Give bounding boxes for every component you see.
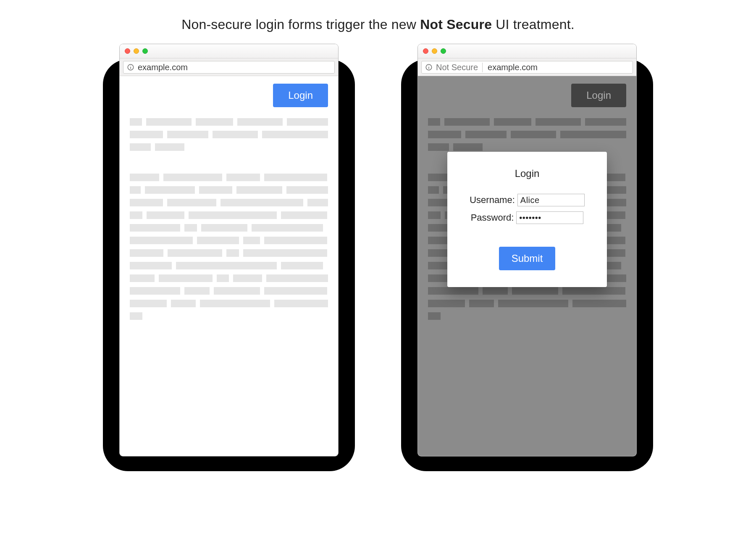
minimize-icon[interactable] [432,48,437,54]
browser-window-left: example.com Login [120,44,338,456]
caption-bold: Not Secure [420,17,492,32]
zoom-icon[interactable] [142,48,148,54]
username-label: Username: [470,195,515,206]
info-icon[interactable] [127,63,134,71]
page-viewport: Login [418,76,636,456]
address-text: example.com [138,63,188,72]
password-label: Password: [471,212,514,223]
window-titlebar [418,44,636,58]
zoom-icon[interactable] [441,48,446,54]
submit-button[interactable]: Submit [499,247,556,270]
login-button: Login [571,84,626,107]
address-bar: example.com [120,58,338,76]
caption-suffix: UI treatment. [492,17,575,32]
content-placeholder [130,118,328,325]
login-modal: Login Username: Password: Submit [447,152,607,287]
close-icon[interactable] [423,48,428,54]
browser-window-right: Not Secure example.com Login [418,44,636,456]
close-icon[interactable] [125,48,130,54]
login-button[interactable]: Login [273,84,328,107]
password-field[interactable] [516,211,583,224]
not-secure-label: Not Secure [436,63,483,72]
info-icon[interactable] [425,63,433,71]
address-bar: Not Secure example.com [418,58,636,76]
address-field[interactable]: example.com [123,61,335,74]
login-modal-title: Login [460,168,594,179]
minimize-icon[interactable] [134,48,139,54]
caption: Non-secure login forms trigger the new N… [103,17,653,32]
username-field[interactable] [517,194,585,206]
page-viewport: Login [120,76,338,456]
svg-point-2 [130,66,131,66]
address-field[interactable]: Not Secure example.com [421,61,633,74]
window-titlebar [120,44,338,58]
address-text: example.com [488,63,538,72]
caption-prefix: Non-secure login forms trigger the new [181,17,420,32]
svg-point-5 [428,66,429,66]
